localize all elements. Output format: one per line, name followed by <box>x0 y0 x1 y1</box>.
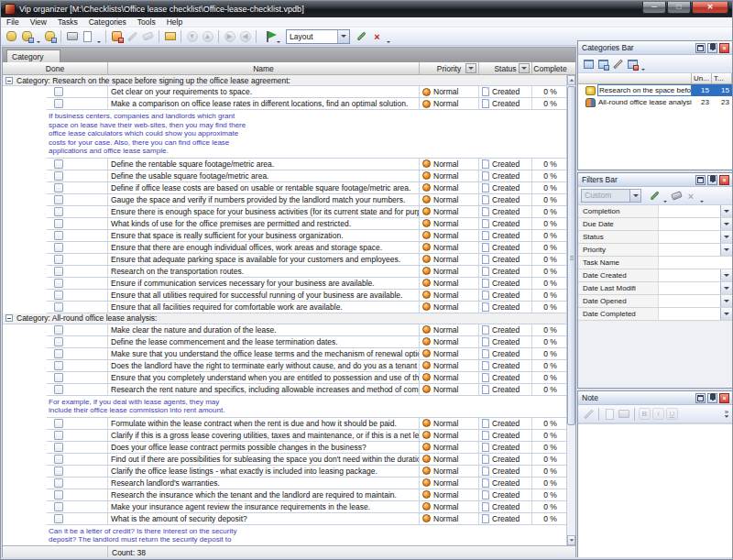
task-row[interactable]: What is the amount of security deposit?N… <box>47 513 575 525</box>
done-checkbox[interactable] <box>54 514 63 523</box>
filter-preset-combobox[interactable]: Custom <box>581 189 641 203</box>
print-preview-icon[interactable] <box>81 29 94 43</box>
note-content[interactable] <box>578 423 732 557</box>
new-subcategory-icon[interactable] <box>596 58 609 71</box>
delete-category-icon[interactable] <box>626 58 639 71</box>
panel-close-icon[interactable]: × <box>719 393 729 403</box>
filter-dropdown-icon[interactable] <box>720 205 732 217</box>
panel-close-icon[interactable]: × <box>719 175 729 185</box>
category-header-row[interactable]: Category: Research on the space before s… <box>3 75 575 86</box>
new-task-icon[interactable] <box>110 29 124 43</box>
panel-close-icon[interactable]: × <box>719 43 729 53</box>
categories-toolbar-dropdown-icon[interactable] <box>641 69 645 71</box>
filter-value-field[interactable] <box>659 231 720 243</box>
done-checkbox[interactable] <box>54 159 63 169</box>
panel-restore-icon[interactable] <box>695 175 706 185</box>
done-checkbox[interactable] <box>54 171 63 181</box>
new-database-icon[interactable] <box>5 29 18 43</box>
menu-tools[interactable]: Tools <box>132 17 161 27</box>
category-list-item[interactable]: All-round office lease analysis:2323 <box>578 96 732 108</box>
column-header-priority[interactable]: Priority <box>420 62 479 74</box>
open-dropdown-icon[interactable] <box>37 41 40 43</box>
minimize-button[interactable]: ─ <box>642 2 666 14</box>
panel-pin-icon[interactable] <box>707 43 717 53</box>
filter-dropdown-icon[interactable] <box>720 282 732 294</box>
save-database-icon[interactable] <box>43 29 57 43</box>
apply-filter-dropdown-icon[interactable] <box>663 201 667 203</box>
done-checkbox[interactable] <box>54 219 63 228</box>
vertical-scrollbar[interactable] <box>566 75 575 545</box>
filter-value-field[interactable] <box>659 244 720 256</box>
edit-task-icon[interactable] <box>126 29 139 43</box>
filters-toolbar-dropdown-icon[interactable] <box>700 201 704 203</box>
collapse-expand-icon[interactable] <box>5 314 13 322</box>
column-header-complete[interactable]: Complete <box>532 62 568 74</box>
scrollbar-thumb[interactable] <box>567 86 575 425</box>
filter-value-field[interactable] <box>659 295 720 307</box>
done-checkbox[interactable] <box>54 279 63 288</box>
done-checkbox[interactable] <box>54 443 63 452</box>
scroll-up-icon[interactable] <box>567 75 575 85</box>
task-row[interactable]: Define the lease commencement and the le… <box>47 336 575 348</box>
task-row[interactable]: Make sure that you understand the office… <box>47 348 575 360</box>
panel-pin-icon[interactable] <box>707 393 717 403</box>
column-header-name[interactable]: Name <box>108 62 420 74</box>
filter-value-field[interactable] <box>659 282 720 294</box>
status-filter-dropdown-icon[interactable] <box>519 63 530 73</box>
panel-pin-icon[interactable] <box>707 175 717 185</box>
open-database-icon[interactable] <box>20 29 34 43</box>
done-checkbox[interactable] <box>54 267 63 276</box>
done-checkbox[interactable] <box>54 502 63 511</box>
layout-combobox-dropdown-icon[interactable] <box>337 30 349 43</box>
done-checkbox[interactable] <box>54 419 63 428</box>
menu-file[interactable]: File <box>1 17 25 27</box>
done-checkbox[interactable] <box>54 255 63 264</box>
move-down-icon[interactable]: ▼ <box>185 29 199 43</box>
run-dropdown-icon[interactable] <box>277 41 280 43</box>
task-row[interactable]: Make clear the nature and duration of th… <box>47 324 575 336</box>
menu-tasks[interactable]: Tasks <box>52 17 83 27</box>
collapse-expand-icon[interactable] <box>5 77 13 84</box>
priority-filter-dropdown-icon[interactable] <box>465 63 476 73</box>
run-layout-icon[interactable] <box>260 29 274 43</box>
format-b-button[interactable]: B <box>639 408 651 420</box>
filter-value-field[interactable] <box>659 308 720 320</box>
menu-categories[interactable]: Categories <box>83 17 132 27</box>
task-row[interactable]: Ensure that all utilities required for s… <box>47 290 575 302</box>
task-row[interactable]: Research the insurance which the tenant … <box>47 489 575 501</box>
move-up-icon[interactable]: ▲ <box>201 29 214 43</box>
task-row[interactable]: Ensure if communication services necessa… <box>47 278 575 290</box>
category-header-row[interactable]: Category: All-round office lease analysi… <box>3 313 575 324</box>
column-header-done[interactable]: Done <box>3 62 108 74</box>
task-row[interactable]: Clarify the office lease listings - what… <box>47 466 575 478</box>
task-row[interactable]: Make a comparison on office lease rates … <box>47 98 575 110</box>
done-checkbox[interactable] <box>54 455 63 464</box>
done-checkbox[interactable] <box>54 302 63 312</box>
done-checkbox[interactable] <box>54 478 63 488</box>
task-row[interactable]: Research landlord's warranties.NormalCre… <box>47 478 575 489</box>
task-row[interactable]: Ensure there is enough space for your bu… <box>47 206 575 218</box>
close-button[interactable]: ✕ <box>692 2 728 14</box>
panel-restore-icon[interactable] <box>695 393 706 403</box>
task-row[interactable]: Ensure that you completely understand wh… <box>47 372 575 384</box>
task-row[interactable]: Ensure that space is really sufficient f… <box>47 230 575 242</box>
column-header-status[interactable]: Status <box>479 62 532 74</box>
layout-combobox[interactable]: Layout <box>286 29 350 44</box>
menu-help[interactable]: Help <box>161 17 188 27</box>
note-toolbar-overflow-icon[interactable]: » <box>724 410 729 418</box>
task-row[interactable]: Research on the transportation routes.No… <box>47 266 575 278</box>
filter-dropdown-icon[interactable] <box>720 295 732 307</box>
done-checkbox[interactable] <box>54 195 63 204</box>
task-row[interactable]: What kinds of use for the office premise… <box>47 218 575 230</box>
filter-dropdown-icon[interactable] <box>720 231 732 243</box>
note-print-icon[interactable] <box>618 408 630 421</box>
task-row[interactable]: Make your insurance agent review the ins… <box>47 501 575 513</box>
filter-value-field[interactable] <box>659 205 720 217</box>
done-checkbox[interactable] <box>54 467 63 476</box>
customize-layout-icon[interactable] <box>355 29 368 43</box>
column-header-total[interactable]: T... <box>712 73 732 83</box>
delete-task-icon[interactable] <box>141 29 155 43</box>
task-row[interactable]: Does the landlord have the right to term… <box>47 360 575 372</box>
print-icon[interactable] <box>65 29 79 43</box>
edit-category-icon[interactable] <box>611 58 624 71</box>
